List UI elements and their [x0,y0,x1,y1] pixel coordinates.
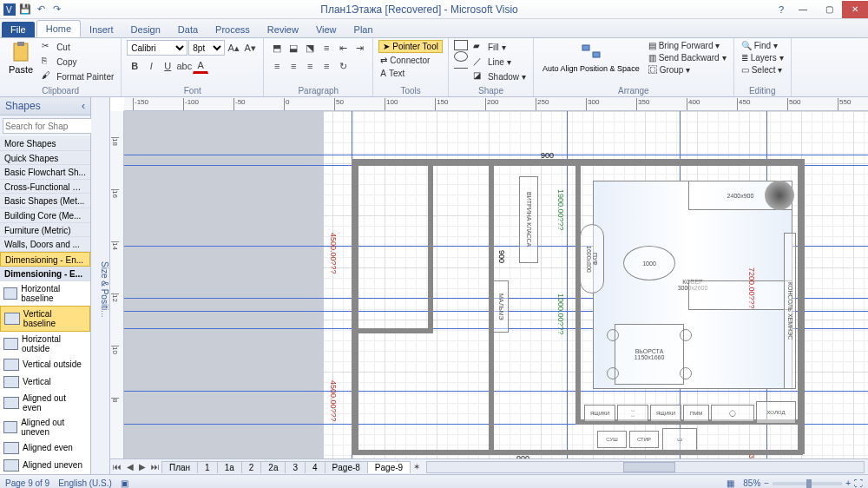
tab-data[interactable]: Data [169,22,207,37]
drawing-canvas[interactable]: КОВЕР 3000x2600 ПУФ 1600x800 1000 ВЬОРСТ… [124,111,868,458]
cut-button[interactable]: ✂Cut [40,40,115,54]
auto-align-button[interactable]: Auto Align Position & Space [539,40,643,75]
macro-record-icon[interactable]: ▣ [121,478,128,488]
page-tab[interactable]: 4 [305,461,326,473]
shapes-collapse-icon[interactable]: ‹ [82,100,85,112]
line-button[interactable]: ／Line ▾ [471,55,528,69]
size-position-pane[interactable]: Size & Positi... No Selection [91,97,110,474]
connector-button[interactable]: ⇄Connector [378,55,431,66]
ellipse-shape-icon[interactable] [454,51,468,62]
zoom-slider[interactable] [773,482,842,485]
tab-plan[interactable]: Plan [345,22,382,37]
zoom-out-icon[interactable]: − [764,478,769,488]
h-scrollbar[interactable] [426,461,865,473]
close-button[interactable]: ✕ [842,1,868,18]
shape-vertical[interactable]: Vertical [0,373,90,391]
font-color-button[interactable]: A [193,58,208,74]
save-icon[interactable]: 💾 [19,3,31,16]
page-tab[interactable]: План [161,461,198,473]
indent-dec-icon[interactable]: ⇤ [335,40,351,56]
maximize-button[interactable]: ▢ [816,1,842,18]
line-shape-icon[interactable] [454,68,468,69]
pointer-tool-button[interactable]: ➤Pointer Tool [378,40,443,53]
format-painter-button[interactable]: 🖌Format Painter [40,69,115,83]
bring-forward-button[interactable]: ▤Bring Forward ▾ [647,40,728,51]
stencil-quick[interactable]: Quick Shapes [0,151,90,166]
fit-page-icon[interactable]: ⛶ [854,478,863,488]
tab-home[interactable]: Home [36,20,81,37]
stencil-more[interactable]: More Shapes [0,136,90,151]
shape-h-outside[interactable]: Horizontal outside [0,332,90,356]
align-right-icon[interactable]: ≡ [302,58,318,74]
font-name-select[interactable]: Calibri [127,40,187,56]
stencil-building[interactable]: Building Core (Me... [0,208,90,223]
send-backward-button[interactable]: ▥Send Backward ▾ [647,52,728,63]
shadow-button[interactable]: ◪Shadow ▾ [471,69,528,83]
bold-button[interactable]: B [127,58,142,74]
shape-v-baseline[interactable]: Vertical baseline [0,306,90,332]
stencil-active-header[interactable]: Dimensioning - E... [0,267,90,281]
redo-icon[interactable]: ↷ [50,3,62,16]
page-tab[interactable]: 2 [241,461,262,473]
stencil-dimensioning[interactable]: Dimensioning - En... [0,252,90,267]
tab-review[interactable]: Review [259,22,307,37]
text-tool-button[interactable]: AText [378,68,406,79]
view-normal-icon[interactable]: ▦ [727,478,734,488]
fill-button[interactable]: ▰Fill ▾ [471,40,528,54]
shape-aligned-out-even[interactable]: Aligned out even [0,391,90,415]
dim-4500a: 4500.00??? [329,233,338,274]
underline-button[interactable]: U [160,58,175,74]
minimize-button[interactable]: — [790,1,816,18]
align-left-icon[interactable]: ≡ [269,58,285,74]
layers-button[interactable]: ≣Layers ▾ [740,52,786,63]
indent-inc-icon[interactable]: ⇥ [352,40,367,56]
copy-button[interactable]: ⎘Copy [40,55,115,69]
page-tab[interactable]: 2a [260,461,286,473]
tab-view[interactable]: View [307,22,345,37]
page-tab[interactable]: 3 [285,461,306,473]
page-next-icon[interactable]: ▶ [136,462,148,472]
font-size-select[interactable]: 8pt [188,40,225,56]
align-middle-icon[interactable]: ⬓ [286,40,301,56]
tab-process[interactable]: Process [207,22,259,37]
bullets-icon[interactable]: ≡ [319,40,334,56]
select-button[interactable]: ▭Select ▾ [740,64,785,76]
shape-h-baseline[interactable]: Horizontal baseline [0,281,90,306]
shape-aligned-even[interactable]: Aligned even [0,439,90,457]
page-first-icon[interactable]: ⏮ [110,462,124,472]
stencil-furniture[interactable]: Furniture (Metric) [0,223,90,238]
justify-icon[interactable]: ≡ [319,58,334,74]
shape-aligned-uneven[interactable]: Aligned uneven [0,457,90,474]
rotate-icon[interactable]: ↻ [335,58,351,74]
align-top-icon[interactable]: ⬒ [269,40,285,56]
page-prev-icon[interactable]: ◀ [124,462,136,472]
page-tab-active[interactable]: Page-9 [367,461,411,473]
page-add-icon[interactable]: ✶ [411,462,423,472]
paste-button[interactable]: Paste [5,40,36,76]
find-button[interactable]: 🔍Find ▾ [740,40,779,51]
shrink-font-icon[interactable]: A▾ [242,40,258,56]
undo-icon[interactable]: ↶ [35,3,47,16]
help-icon[interactable]: ? [773,4,790,15]
zoom-in-icon[interactable]: + [845,478,851,488]
italic-button[interactable]: I [143,58,159,74]
stencil-crossfunc[interactable]: Cross-Functional Fl... [0,180,90,195]
page-tab[interactable]: 1 [197,461,218,473]
page-tab[interactable]: 1a [217,461,242,473]
tab-design[interactable]: Design [122,22,169,37]
stencil-walls[interactable]: Walls, Doors and ... [0,237,90,252]
rect-shape-icon[interactable] [454,40,468,50]
align-center-icon[interactable]: ≡ [286,58,301,74]
shape-v-outside[interactable]: Vertical outside [0,356,90,373]
shape-aligned-out-uneven[interactable]: Aligned out uneven [0,415,90,439]
tab-insert[interactable]: Insert [81,22,122,37]
group-button[interactable]: ⿴Group ▾ [647,64,728,76]
align-bottom-icon[interactable]: ⬔ [302,40,318,56]
stencil-basic[interactable]: Basic Shapes (Met... [0,194,90,208]
tab-file[interactable]: File [2,22,35,37]
page-tab[interactable]: Page-8 [325,461,368,473]
grow-font-icon[interactable]: A▴ [226,40,241,56]
stencil-flowchart[interactable]: Basic Flowchart Sh... [0,165,90,180]
strike-button[interactable]: abc [176,58,192,74]
page-last-icon[interactable]: ⏭ [148,462,162,472]
